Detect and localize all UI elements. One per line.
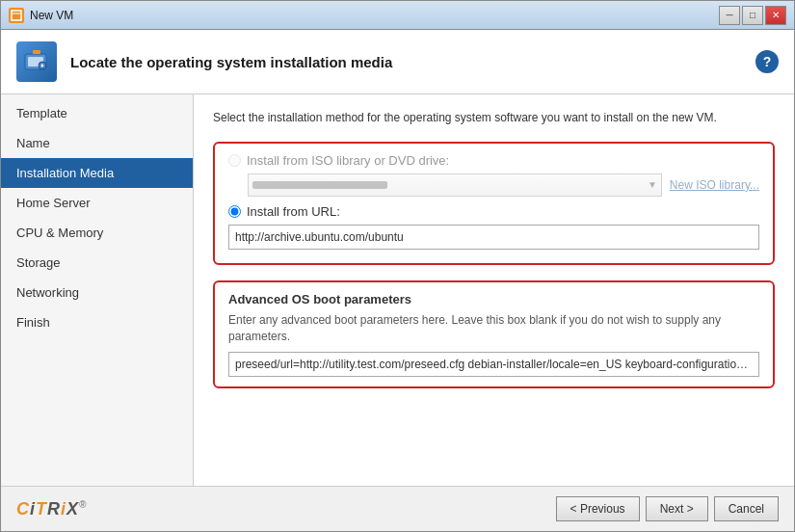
iso-radio-label[interactable]: Install from ISO library or DVD drive: xyxy=(228,153,759,168)
citrix-logo-accent: C xyxy=(16,499,30,519)
url-input[interactable] xyxy=(228,225,759,250)
sidebar: Template Name Installation Media Home Se… xyxy=(1,94,194,486)
iso-dropdown[interactable]: ▼ xyxy=(248,173,662,197)
iso-dropdown-row: ▼ New ISO library... xyxy=(248,173,759,197)
dropdown-arrow-icon: ▼ xyxy=(648,179,657,190)
sidebar-item-networking[interactable]: Networking xyxy=(1,278,193,307)
sidebar-item-storage[interactable]: Storage xyxy=(1,248,193,278)
content-area: Select the installation method for the o… xyxy=(194,94,794,486)
new-iso-library-link[interactable]: New ISO library... xyxy=(670,178,759,192)
window-title: New VM xyxy=(30,9,719,22)
iso-masked-value xyxy=(252,181,387,189)
main-content: Template Name Installation Media Home Se… xyxy=(1,94,794,486)
iso-radio-group: Install from ISO library or DVD drive: ▼… xyxy=(228,153,759,197)
sidebar-item-name[interactable]: Name xyxy=(1,128,193,158)
close-button[interactable]: ✕ xyxy=(765,6,786,25)
citrix-logo-t: T xyxy=(36,499,47,519)
sidebar-item-home-server[interactable]: Home Server xyxy=(1,188,193,218)
header-icon xyxy=(16,41,57,82)
content-description: Select the installation method for the o… xyxy=(213,110,775,126)
sidebar-item-template[interactable]: Template xyxy=(1,98,193,128)
cancel-button[interactable]: Cancel xyxy=(714,496,779,521)
footer: CiTRiX® < Previous Next > Cancel xyxy=(1,486,794,531)
advanced-description: Enter any advanced boot parameters here.… xyxy=(228,312,759,345)
sidebar-item-installation-media[interactable]: Installation Media xyxy=(1,158,193,188)
window-icon xyxy=(9,8,24,23)
citrix-logo-ix: i xyxy=(61,499,66,519)
main-window: New VM ─ □ ✕ Locate the operating system… xyxy=(0,0,795,532)
advanced-title: Advanced OS boot parameters xyxy=(228,292,759,306)
footer-buttons: < Previous Next > Cancel xyxy=(556,496,779,521)
svg-rect-0 xyxy=(12,11,21,20)
previous-button[interactable]: < Previous xyxy=(556,496,640,521)
iso-section: Install from ISO library or DVD drive: ▼… xyxy=(213,142,775,265)
iso-radio-text: Install from ISO library or DVD drive: xyxy=(247,153,449,168)
sidebar-item-cpu-memory[interactable]: CPU & Memory xyxy=(1,218,193,248)
url-radio-label[interactable]: Install from URL: xyxy=(228,204,759,219)
advanced-section: Advanced OS boot parameters Enter any ad… xyxy=(213,280,775,389)
boot-params-input[interactable] xyxy=(228,352,759,377)
url-radio-group: Install from URL: xyxy=(228,204,759,250)
citrix-logo: CiTRiX® xyxy=(16,499,87,519)
maximize-button[interactable]: □ xyxy=(742,6,763,25)
url-radio[interactable] xyxy=(228,205,241,218)
help-button[interactable]: ? xyxy=(755,50,779,73)
url-radio-text: Install from URL: xyxy=(247,204,340,219)
header: Locate the operating system installation… xyxy=(1,30,794,94)
header-title: Locate the operating system installation… xyxy=(70,54,755,70)
title-bar: New VM ─ □ ✕ xyxy=(1,1,794,30)
minimize-button[interactable]: ─ xyxy=(719,6,740,25)
svg-rect-5 xyxy=(33,50,40,54)
sidebar-item-finish[interactable]: Finish xyxy=(1,307,193,337)
iso-radio[interactable] xyxy=(228,154,241,167)
window-controls: ─ □ ✕ xyxy=(719,6,786,25)
next-button[interactable]: Next > xyxy=(646,496,708,521)
